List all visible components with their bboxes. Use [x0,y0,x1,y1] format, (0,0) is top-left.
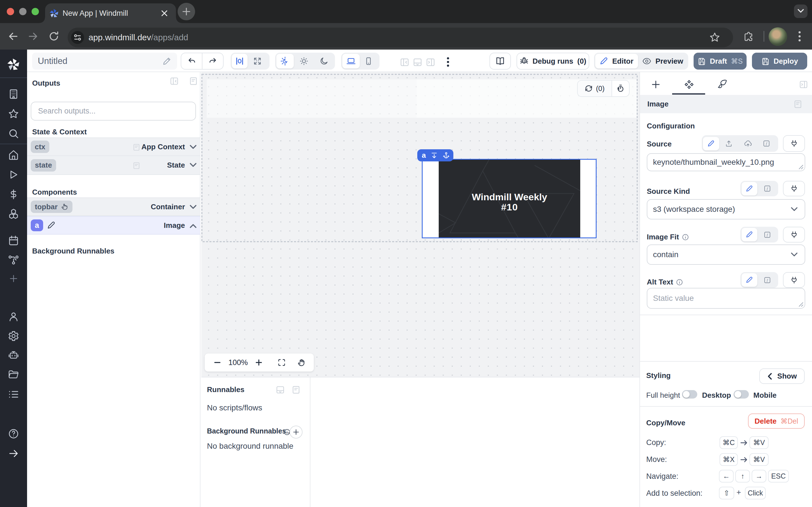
svg-text:f: f [766,142,767,146]
svg-text:f: f [767,233,768,237]
svg-text:f: f [767,186,768,191]
svg-text:f: f [767,278,768,282]
